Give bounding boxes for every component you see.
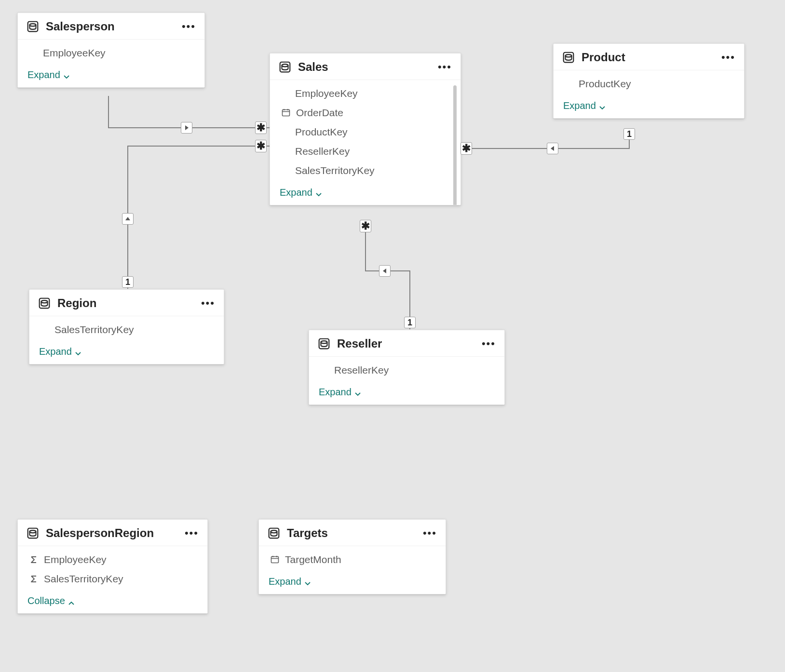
collapse-button[interactable]: Collapse [27,595,75,606]
svg-point-1 [30,24,36,26]
table-icon [268,527,280,539]
date-icon [270,555,280,564]
chevron-down-icon [304,578,311,585]
svg-point-13 [321,341,327,343]
field-item[interactable]: EmployeeKey [270,84,460,103]
cardinality-one-icon: 1 [623,128,635,140]
svg-point-17 [271,530,277,533]
field-item[interactable]: SalesTerritoryKey [18,569,207,589]
svg-point-11 [41,300,48,303]
table-card-salesperson[interactable]: Salesperson ••• EmployeeKey Expand [17,13,205,88]
more-button[interactable]: ••• [182,24,196,29]
cardinality-many-icon: ✱ [360,220,371,232]
chevron-up-icon [68,598,75,605]
cardinality-one-icon: 1 [404,317,416,328]
cardinality-one-icon: 1 [122,276,134,288]
field-item[interactable]: TargetMonth [259,550,446,569]
svg-point-3 [282,64,288,67]
cardinality-many-icon: ✱ [255,121,267,134]
table-title: Reseller [337,337,475,350]
expand-button[interactable]: Expand [563,100,606,111]
expand-button[interactable]: Expand [319,387,361,398]
table-icon [279,61,291,73]
field-item[interactable]: SalesTerritoryKey [270,161,460,180]
field-item[interactable]: ResellerKey [270,142,460,161]
expand-button[interactable]: Expand [269,576,311,587]
table-icon [38,297,51,309]
cardinality-many-icon: ✱ [255,140,267,152]
date-icon [281,108,291,118]
svg-rect-4 [283,110,290,116]
chevron-down-icon [599,103,606,109]
field-item[interactable]: ProductKey [554,74,744,94]
field-item[interactable]: ResellerKey [309,361,504,380]
expand-button[interactable]: Expand [27,69,70,81]
field-item[interactable]: SalesTerritoryKey [29,320,224,339]
more-button[interactable]: ••• [438,65,452,69]
svg-point-9 [566,54,572,57]
scrollbar-thumb[interactable] [453,85,457,205]
sigma-icon [28,575,39,583]
chevron-down-icon [315,189,322,196]
more-button[interactable]: ••• [185,531,199,536]
table-title: Salesperson [46,20,175,33]
field-item[interactable]: EmployeeKey [18,43,204,63]
table-icon [27,527,39,539]
sigma-icon [28,555,39,564]
more-button[interactable]: ••• [482,341,496,346]
filter-direction-icon [379,265,391,277]
table-card-reseller[interactable]: Reseller ••• ResellerKey Expand [309,330,505,405]
table-title: Region [57,296,194,310]
chevron-down-icon [75,349,81,355]
more-button[interactable]: ••• [423,531,437,536]
model-canvas[interactable]: Salesperson ••• EmployeeKey Expand Sales… [0,0,785,672]
chevron-down-icon [63,72,70,79]
more-button[interactable]: ••• [201,301,215,306]
field-item[interactable]: OrderDate [270,103,460,122]
table-card-product[interactable]: Product ••• ProductKey Expand [553,43,744,119]
field-item[interactable]: EmployeeKey [18,550,207,569]
table-card-region[interactable]: Region ••• SalesTerritoryKey Expand [29,289,224,364]
filter-direction-icon [547,143,558,154]
table-title: Targets [287,526,416,540]
svg-rect-18 [271,557,279,563]
field-item[interactable]: ProductKey [270,122,460,142]
table-icon [562,51,575,64]
table-title: Sales [298,60,431,74]
table-icon [27,20,39,33]
table-card-targets[interactable]: Targets ••• TargetMonth Expand [258,519,446,594]
table-icon [318,337,330,350]
filter-direction-icon [122,213,134,225]
expand-button[interactable]: Expand [39,346,81,357]
table-title: Product [582,51,715,64]
table-title: SalespersonRegion [46,526,178,540]
expand-button[interactable]: Expand [280,187,322,198]
svg-point-15 [30,530,36,533]
filter-direction-icon [181,122,192,134]
chevron-down-icon [354,389,361,396]
cardinality-many-icon: ✱ [460,142,472,155]
table-card-salespersonregion[interactable]: SalespersonRegion ••• EmployeeKey SalesT… [17,519,208,614]
more-button[interactable]: ••• [721,55,735,60]
table-card-sales[interactable]: Sales ••• EmployeeKey OrderDate ProductK… [270,53,461,205]
